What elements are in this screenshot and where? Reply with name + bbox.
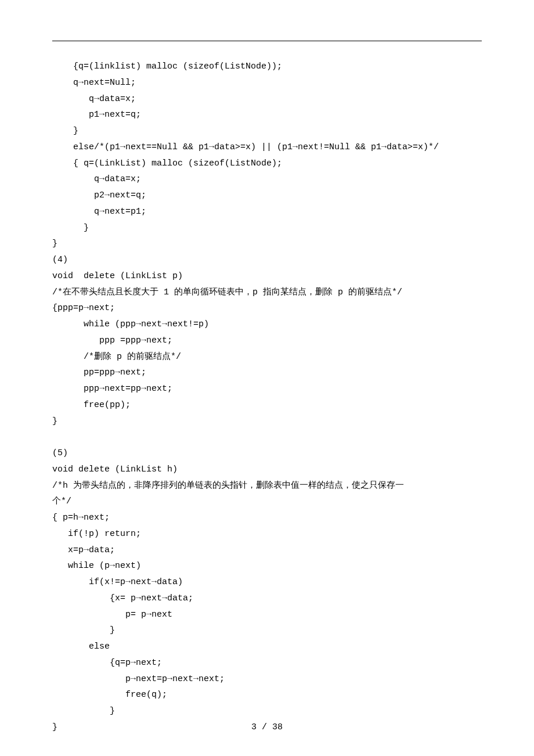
page: {q=(linklist) malloc (sizeof(ListNode));… <box>0 0 534 756</box>
code-block: {q=(linklist) malloc (sizeof(ListNode));… <box>52 59 482 736</box>
page-footer: 3 / 38 <box>0 719 534 736</box>
horizontal-rule <box>52 41 482 41</box>
